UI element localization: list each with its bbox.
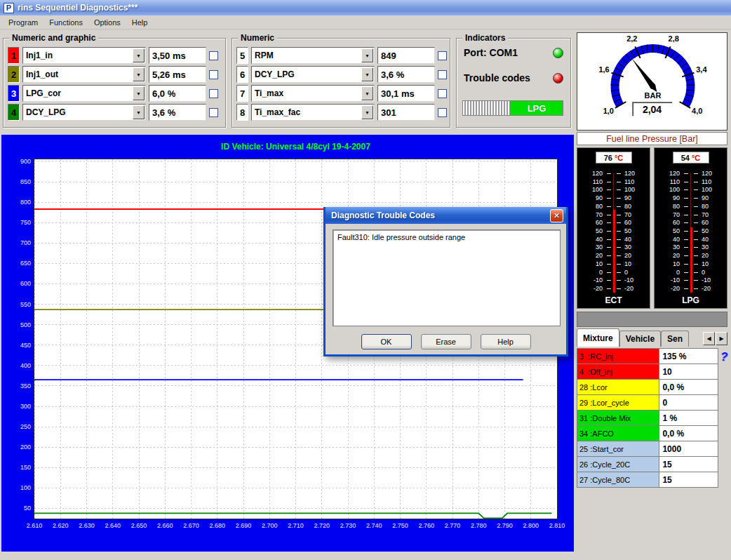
help-button[interactable]: Help [481, 334, 531, 349]
svg-text:2,2: 2,2 [626, 34, 637, 43]
channel-checkbox[interactable] [209, 89, 218, 98]
fuel-indicator: LPG [462, 100, 563, 116]
chevron-down-icon[interactable]: ▼ [133, 86, 145, 100]
channel-checkbox[interactable] [209, 51, 218, 60]
menu-item-program[interactable]: Program [3, 15, 43, 29]
thermo-scale-label: 100 [662, 186, 680, 193]
parameter-dropdown[interactable]: Ti_max▼ [251, 85, 375, 102]
x-axis-tick-label: 2.620 [48, 522, 72, 529]
thermo-scale-label: -10 [702, 276, 720, 284]
erase-button[interactable]: Erase [421, 334, 471, 349]
lpg-temp-label: LPG [655, 295, 727, 305]
chevron-down-icon[interactable]: ▼ [361, 86, 373, 100]
chevron-down-icon[interactable]: ▼ [133, 105, 145, 119]
channel-row: 1Inj1_in▼3,50 ms [8, 47, 218, 64]
trouble-codes-list[interactable]: Fault310: Idle pressure outside range [333, 229, 561, 326]
thermo-tick [617, 173, 621, 174]
tab-strip: MixtureVehicleSen ◀ ▶ [577, 328, 727, 347]
thermo-scale-label: 70 [624, 211, 643, 218]
channel-checkbox[interactable] [438, 70, 447, 79]
parameter-name: DCY_LPG [23, 107, 133, 117]
trouble-codes-label: Trouble codes [464, 72, 530, 84]
chevron-down-icon[interactable]: ▼ [133, 67, 145, 81]
trouble-codes-dialog: Diagnostic Trouble Codes ✕ Fault310: Idl… [323, 207, 568, 356]
thermo-tick [607, 189, 611, 190]
x-axis-tick-label: 2.800 [519, 522, 543, 529]
channel-checkbox[interactable] [438, 89, 447, 98]
dialog-title-bar[interactable]: Diagnostic Trouble Codes ✕ [326, 207, 566, 224]
fuel-mode-button[interactable]: LPG [511, 101, 563, 115]
y-axis-tick-label: 500 [3, 321, 31, 328]
channel-checkbox[interactable] [438, 51, 447, 60]
thermo-scale-label: 30 [702, 244, 720, 251]
thermo-tick [607, 288, 611, 289]
thermo-scale-label: 0 [584, 269, 603, 276]
chevron-down-icon[interactable]: ▼ [361, 48, 373, 62]
x-axis-tick-label: 2.720 [310, 522, 334, 529]
y-axis-tick-label: 250 [3, 423, 31, 430]
menu-item-options[interactable]: Options [88, 15, 126, 29]
x-axis-tick-label: 2.780 [467, 522, 490, 529]
ok-button[interactable]: OK [361, 334, 412, 349]
chevron-down-icon[interactable]: ▼ [133, 48, 145, 62]
thermo-scale-label: 80 [584, 203, 603, 210]
x-axis-tick-label: 2.810 [545, 522, 569, 529]
title-bar[interactable]: P rins Sequentiel Diagnostics*** [0, 0, 731, 15]
parameter-dropdown[interactable]: RPM▼ [251, 47, 375, 64]
thermo-tick [607, 255, 611, 256]
channel-number-badge: 8 [236, 104, 248, 121]
channel-checkbox[interactable] [438, 108, 447, 117]
group-legend: Indicators [462, 33, 508, 43]
thermo-tick [617, 215, 621, 215]
tab-mixture[interactable]: Mixture [577, 328, 619, 347]
thermo-scale-label: -10 [584, 276, 603, 284]
thermo-scale-label: 50 [584, 227, 603, 234]
lpg-temp-value: 54 [681, 154, 690, 162]
channel-checkbox[interactable] [209, 108, 218, 117]
parameter-dropdown[interactable]: DCY_LPG▼ [22, 104, 146, 121]
thermo-scale-label: 80 [702, 203, 720, 210]
thermo-scale-label: 10 [662, 260, 680, 267]
parameter-value-cell: 1000 [659, 441, 718, 457]
ect-value: 76 [604, 154, 612, 162]
tab-scroll-right-icon[interactable]: ▶ [716, 332, 727, 345]
parameter-value-cell: 135 % [659, 349, 718, 364]
chart-title: ID Vehicle: Universal 4/8cyl 19-4-2007 [34, 142, 558, 152]
x-axis-tick-label: 2.690 [232, 522, 255, 529]
menu-item-help[interactable]: Help [126, 15, 154, 29]
parameter-value: 3,50 ms [149, 47, 206, 64]
parameter-dropdown[interactable]: Inj1_in▼ [22, 47, 146, 64]
parameter-dropdown[interactable]: Ti_max_fac▼ [251, 104, 375, 121]
tab-scroll-left-icon[interactable]: ◀ [703, 332, 715, 345]
channel-checkbox[interactable] [209, 70, 218, 79]
thermo-tick [684, 247, 688, 248]
menu-bar: Program Functions Options Help [0, 15, 731, 29]
close-button[interactable]: ✕ [550, 209, 563, 222]
chevron-down-icon[interactable]: ▼ [361, 105, 373, 119]
tab-vehicle[interactable]: Vehicle [619, 331, 661, 347]
parameter-dropdown[interactable]: Inj1_out▼ [22, 66, 146, 83]
thermo-scale-label: 30 [662, 244, 680, 251]
parameter-dropdown[interactable]: DCY_LPG▼ [251, 66, 375, 83]
tab-sen[interactable]: Sen [661, 331, 689, 347]
y-axis-tick-label: 750 [3, 219, 31, 226]
parameter-value: 3,6 % [149, 104, 206, 121]
channel-number-badge: 2 [8, 66, 20, 83]
thermo-scale-label: 40 [702, 236, 720, 243]
thermo-scale-label: 110 [702, 178, 720, 185]
group-legend: Numeric and graphic [9, 33, 98, 43]
thermo-tick [607, 239, 611, 240]
thermo-tick [617, 222, 621, 223]
thermo-tick [617, 264, 621, 265]
help-icon[interactable]: ? [720, 350, 727, 364]
chevron-down-icon[interactable]: ▼ [361, 67, 373, 81]
thermo-tick [607, 173, 611, 174]
thermo-tick [684, 231, 688, 232]
x-axis-tick-label: 2.700 [257, 522, 281, 529]
thermo-tick [694, 198, 698, 199]
thermo-scale-label: 60 [584, 219, 603, 226]
parameter-value: 6,0 % [149, 85, 206, 102]
table-row: 26 :Cycle_20C15 [577, 457, 718, 472]
menu-item-functions[interactable]: Functions [43, 15, 88, 29]
parameter-dropdown[interactable]: LPG_cor▼ [22, 85, 146, 102]
